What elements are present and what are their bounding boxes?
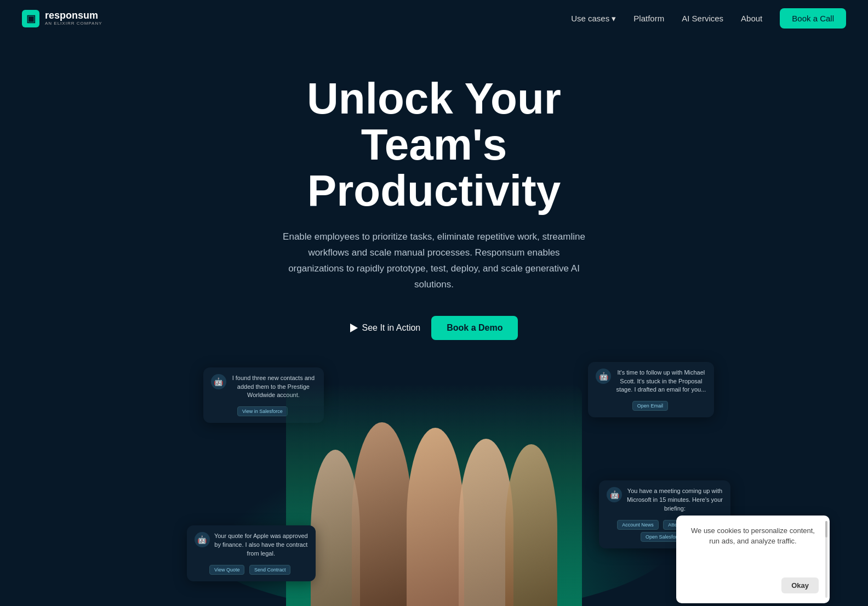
- bubble-4-btn-0[interactable]: View Quote: [209, 565, 244, 575]
- bot-avatar-4: 🤖: [195, 532, 210, 547]
- logo-sub: AN ELIXIRR COMPANY: [45, 20, 102, 26]
- play-icon: [350, 324, 358, 332]
- bot-avatar-1: 🤖: [211, 374, 226, 389]
- cookie-scrollbar[interactable]: [825, 521, 827, 598]
- hero-headline: Unlock Your Team's Productivity: [242, 76, 626, 214]
- cookie-okay-button[interactable]: Okay: [781, 577, 819, 593]
- hero-buttons: See It in Action Book a Demo: [350, 316, 518, 340]
- person-3: [407, 428, 464, 606]
- cookie-banner: We use cookies to personalize content, r…: [676, 516, 830, 603]
- nav-ai-services[interactable]: AI Services: [682, 14, 723, 23]
- navigation: ▣ responsum AN ELIXIRR COMPANY Use cases…: [0, 0, 868, 37]
- bubble-3-btn-0[interactable]: Account News: [617, 520, 659, 530]
- person-1: [311, 450, 360, 606]
- chat-bubble-2: 🤖 It's time to follow up with Michael Sc…: [588, 362, 714, 418]
- nav-use-cases[interactable]: Use cases ▾: [571, 14, 616, 23]
- cookie-text: We use cookies to personalize content, r…: [687, 525, 819, 547]
- bubble-2-text: It's time to follow up with Michael Scot…: [615, 369, 706, 395]
- nav-about[interactable]: About: [741, 14, 762, 23]
- bot-avatar-2: 🤖: [596, 369, 611, 384]
- hero-description: Enable employees to prioritize tasks, el…: [281, 229, 587, 293]
- chat-bubble-4: 🤖 Your quote for Apple was approved by f…: [187, 525, 316, 581]
- logo-name: responsum: [45, 10, 102, 20]
- bubble-2-btn-0[interactable]: Open Email: [632, 401, 668, 411]
- person-2: [352, 422, 412, 606]
- hero-section: Unlock Your Team's Productivity Enable e…: [0, 37, 868, 606]
- bot-avatar-3: 🤖: [607, 487, 622, 502]
- nav-platform[interactable]: Platform: [633, 14, 664, 23]
- nav-links: Use cases ▾ Platform AI Services About B…: [571, 14, 846, 24]
- people-group: [286, 384, 582, 606]
- bubble-1-btn-0[interactable]: View in Salesforce: [237, 406, 288, 416]
- people-silhouette: [286, 406, 582, 606]
- hero-scene: 🤖 I found three new contacts and added t…: [22, 362, 846, 606]
- bubble-4-btn-1[interactable]: Send Contract: [249, 565, 291, 575]
- logo-icon: ▣: [22, 10, 39, 27]
- bubble-3-text: You have a meeting coming up with Micros…: [626, 487, 723, 513]
- cookie-scrollbar-thumb: [825, 521, 827, 537]
- logo[interactable]: ▣ responsum AN ELIXIRR COMPANY: [22, 10, 102, 27]
- person-5: [505, 444, 557, 606]
- book-demo-button[interactable]: Book a Demo: [431, 316, 518, 340]
- see-it-in-action-button[interactable]: See It in Action: [350, 323, 421, 333]
- bubble-4-text: Your quote for Apple was approved by fin…: [214, 532, 308, 558]
- book-call-button[interactable]: Book a Call: [780, 8, 846, 29]
